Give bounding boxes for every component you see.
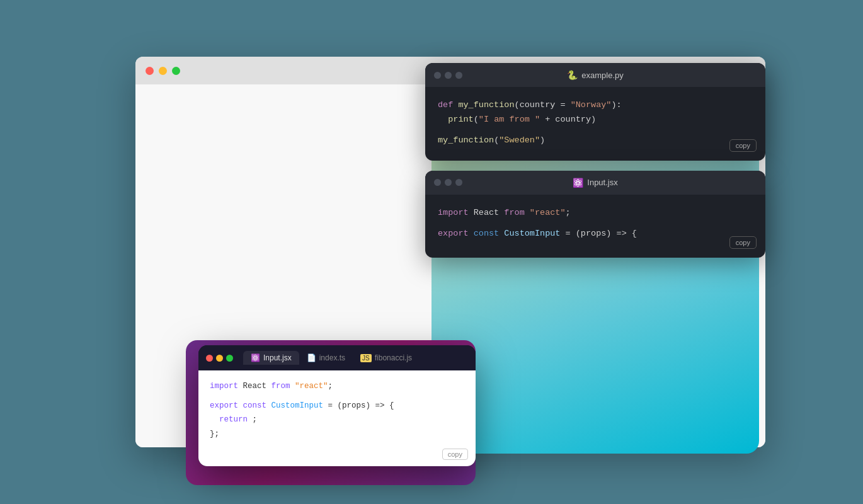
jsx-dot-3 bbox=[455, 179, 462, 186]
dot-3 bbox=[455, 72, 462, 79]
fl-arrow: = (props) => { bbox=[323, 401, 394, 410]
tab-fibonacci-js[interactable]: JS fibonacci.js bbox=[353, 351, 420, 365]
fl-indent bbox=[210, 415, 219, 424]
py-str1: "Norway" bbox=[571, 100, 612, 110]
jsx-file-icon: ⚛️ bbox=[573, 178, 583, 188]
py-fn: my_function bbox=[458, 100, 514, 110]
py-paren: (country = bbox=[515, 100, 571, 110]
jsx-line-1: import React from "react"; bbox=[438, 206, 753, 220]
jsx-copy-button[interactable]: copy bbox=[729, 236, 757, 249]
jsx-export: export bbox=[438, 229, 474, 238]
python-code-window: 🐍 example.py def my_function(country = "… bbox=[425, 63, 765, 161]
jsx-line-2: export const CustomInput = (props) => { bbox=[438, 227, 753, 241]
jsx-window-title: ⚛️ Input.jsx bbox=[573, 178, 617, 188]
fl-return: return bbox=[219, 415, 253, 424]
jsx-str1: "react" bbox=[530, 208, 566, 217]
fl-from: from bbox=[271, 382, 295, 391]
floating-code-body: import React from "react"; export const … bbox=[198, 370, 476, 466]
dot-2 bbox=[445, 72, 452, 79]
jsx-varname: CustomInput bbox=[504, 229, 560, 238]
py-indent bbox=[438, 115, 448, 124]
floating-dots bbox=[206, 355, 233, 362]
python-file-icon: 🐍 bbox=[567, 70, 578, 80]
dot-1 bbox=[434, 72, 441, 79]
python-window-title: 🐍 example.py bbox=[567, 70, 623, 80]
py-line-1: def my_function(country = "Norway"): bbox=[438, 98, 753, 113]
fl-semi1: ; bbox=[328, 382, 333, 391]
traffic-light-yellow[interactable] bbox=[159, 67, 167, 75]
fl-semi2: ; bbox=[253, 415, 258, 424]
floating-copy-button[interactable]: copy bbox=[442, 449, 468, 460]
jsx-code-window: ⚛️ Input.jsx import React from "react"; … bbox=[425, 171, 765, 258]
python-copy-button[interactable]: copy bbox=[729, 139, 757, 152]
python-code-body: def my_function(country = "Norway"): pri… bbox=[425, 87, 765, 161]
fl-line-2: export const CustomInput = (props) => { bbox=[210, 399, 464, 413]
python-filename: example.py bbox=[581, 71, 623, 80]
tab-label-ts: index.ts bbox=[319, 353, 345, 362]
fl-line-4: }; bbox=[210, 427, 464, 442]
py-str3: "Sweden" bbox=[499, 135, 540, 145]
jsx-from: from bbox=[504, 208, 530, 217]
tab-index-ts[interactable]: 📄 index.ts bbox=[299, 351, 353, 365]
jsx-const: const bbox=[474, 229, 505, 238]
py-str2: "I am from " bbox=[479, 115, 540, 124]
fl-empty bbox=[210, 394, 464, 399]
tab-icon-js: JS bbox=[360, 354, 372, 362]
fl-close: }; bbox=[210, 430, 219, 438]
floating-titlebar: ⚛️ Input.jsx 📄 index.ts JS fibonacci.js bbox=[198, 345, 476, 370]
tab-input-jsx[interactable]: ⚛️ Input.jsx bbox=[243, 351, 299, 365]
jsx-dots bbox=[434, 179, 462, 186]
py-plus: + country) bbox=[540, 115, 596, 124]
jsx-dot-2 bbox=[445, 179, 452, 186]
floating-tl-red[interactable] bbox=[206, 355, 213, 362]
traffic-light-green[interactable] bbox=[172, 67, 180, 75]
jsx-react: React bbox=[474, 208, 505, 217]
code-windows: 🐍 example.py def my_function(country = "… bbox=[425, 63, 765, 258]
fl-line-1: import React from "react"; bbox=[210, 379, 464, 394]
jsx-titlebar: ⚛️ Input.jsx bbox=[425, 171, 765, 195]
python-titlebar: 🐍 example.py bbox=[425, 63, 765, 87]
jsx-filename: Input.jsx bbox=[587, 178, 617, 187]
jsx-code-body: import React from "react"; export const … bbox=[425, 195, 765, 258]
floating-code-window: ⚛️ Input.jsx 📄 index.ts JS fibonacci.js … bbox=[198, 345, 476, 466]
py-call-end: ) bbox=[540, 135, 545, 145]
py-empty bbox=[438, 127, 753, 134]
jsx-arrow: = (props) => { bbox=[560, 229, 637, 238]
py-line-3: my_function("Sweden") bbox=[438, 134, 753, 148]
py-line-2: print("I am from " + country) bbox=[438, 113, 753, 127]
jsx-import: import bbox=[438, 208, 474, 217]
py-print: print bbox=[448, 115, 474, 124]
tab-icon-ts: 📄 bbox=[307, 353, 316, 362]
python-dots bbox=[434, 72, 462, 79]
tab-icon-jsx: ⚛️ bbox=[251, 353, 260, 362]
py-kw-def: def bbox=[438, 100, 458, 110]
tab-label-jsx: Input.jsx bbox=[263, 353, 292, 362]
floating-tl-green[interactable] bbox=[226, 355, 233, 362]
fl-react: React bbox=[243, 382, 271, 391]
fl-str1: "react" bbox=[295, 382, 328, 391]
jsx-dot-1 bbox=[434, 179, 441, 186]
traffic-light-red[interactable] bbox=[146, 67, 154, 75]
fl-export: export bbox=[210, 401, 243, 410]
fl-import: import bbox=[210, 382, 243, 391]
fl-line-3: return ; bbox=[210, 413, 464, 427]
py-colon: ): bbox=[611, 100, 621, 110]
tabs: ⚛️ Input.jsx 📄 index.ts JS fibonacci.js bbox=[243, 351, 468, 365]
jsx-empty bbox=[438, 220, 753, 227]
tab-label-js: fibonacci.js bbox=[375, 353, 412, 362]
jsx-semi: ; bbox=[566, 208, 571, 217]
fl-varname: CustomInput bbox=[271, 401, 324, 410]
floating-tl-yellow[interactable] bbox=[216, 355, 223, 362]
py-print-p: ( bbox=[474, 115, 479, 124]
py-call: my_function bbox=[438, 135, 494, 145]
fl-const: const bbox=[243, 401, 271, 410]
